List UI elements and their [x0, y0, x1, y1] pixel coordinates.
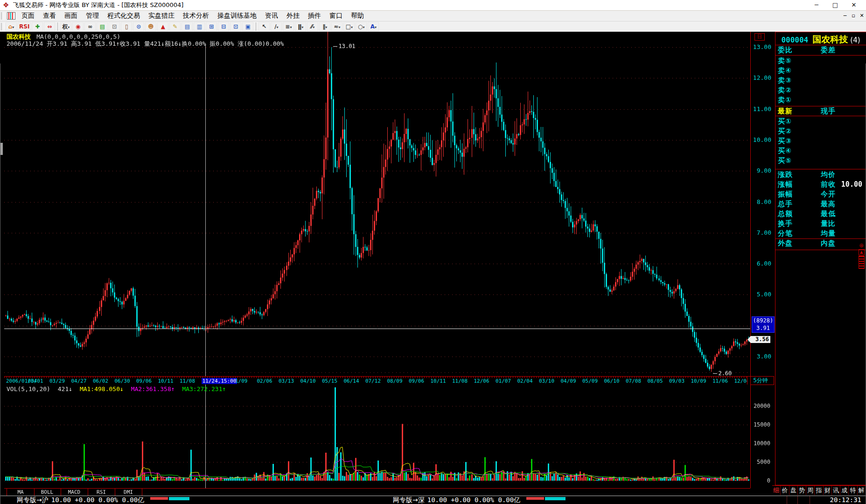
mdi-control[interactable]: ─ — [841, 11, 849, 21]
menu-item-管理[interactable]: 管理 — [82, 11, 103, 21]
page-new-icon[interactable]: ⌂▾ — [6, 22, 17, 31]
panel-divider — [775, 45, 866, 45]
tab-MA[interactable]: MA — [7, 489, 35, 496]
chart-window-icon[interactable]: ▣ — [242, 22, 253, 31]
label-现手: 现手 — [821, 107, 836, 116]
search-doc-icon[interactable]: ⊙ — [133, 22, 144, 31]
panel-columns-icon[interactable]: ▥ — [194, 22, 205, 31]
alarm-icon[interactable]: ▲ — [157, 22, 168, 31]
mini-tab-周[interactable]: 周 — [806, 486, 815, 495]
menu-item-插件[interactable]: 插件 — [304, 11, 325, 21]
trendline-tool-icon[interactable]: ∕▾ — [271, 22, 282, 31]
mdi-control[interactable]: ✕ — [858, 11, 866, 21]
save-icon[interactable]: ▤ — [97, 22, 108, 31]
close-button[interactable]: ✕ — [846, 1, 861, 9]
fan-tool-icon[interactable]: ⁄⁄▾ — [307, 22, 318, 31]
menu-item-实盘猎庄[interactable]: 实盘猎庄 — [144, 11, 179, 21]
dropdown-caret-icon[interactable]: ▾ — [375, 25, 377, 29]
book-icon[interactable]: ▯ — [121, 22, 132, 31]
rect-tool-icon[interactable]: □▾ — [343, 22, 355, 31]
dropdown-caret-icon[interactable]: ▾ — [301, 25, 303, 29]
text-tool-icon[interactable]: A▾ — [368, 22, 379, 31]
dropdown-caret-icon[interactable]: ▾ — [290, 25, 292, 29]
ellipse-tool-icon[interactable]: ○▾ — [356, 22, 367, 31]
dropdown-caret-icon[interactable]: ▾ — [12, 25, 14, 29]
mini-tab-讯[interactable]: 讯 — [832, 486, 840, 495]
minimize-button[interactable]: ─ — [809, 1, 824, 9]
window-tile1-icon[interactable]: ⊞ — [206, 22, 217, 31]
hatch-tool-icon[interactable]: ≈▾ — [331, 22, 342, 31]
window-title: 飞狐交易师 - 网络专业版 BY 深南大道 - [国农科技 SZ000004] — [13, 0, 183, 10]
date-label: 11/08 — [452, 378, 468, 384]
date-label: 1/09 — [235, 378, 248, 384]
panel-divider — [775, 116, 866, 116]
menu-item-技术分析[interactable]: 技术分析 — [179, 11, 213, 21]
menu-item-窗口[interactable]: 窗口 — [325, 11, 347, 21]
copy-page-icon[interactable]: ⊡ — [109, 22, 120, 31]
dropdown-caret-icon[interactable]: ▾ — [68, 25, 70, 29]
menu-item-帮助[interactable]: 帮助 — [347, 11, 368, 21]
menu-item-资讯[interactable]: 资讯 — [261, 11, 282, 21]
scroll-up-icon[interactable]: ▲ — [859, 249, 865, 255]
tab-RSI[interactable]: RSI — [88, 489, 115, 496]
swap-arrows-icon[interactable]: ⇔ — [44, 22, 55, 31]
menu-bar: 页面查看画面管理程式化交易实盘猎庄技术分析操盘训练基地资讯外挂插件窗口帮助 ✕▫… — [0, 11, 866, 21]
signal-circles-icon[interactable]: ◉ — [72, 22, 84, 31]
menu-item-页面[interactable]: 页面 — [17, 11, 39, 21]
mini-tab-财[interactable]: 财 — [824, 486, 832, 495]
binoculars-icon[interactable]: ∞ — [84, 22, 96, 31]
maximize-button[interactable]: □ — [828, 1, 843, 9]
move-cross-icon[interactable]: ✚ — [32, 22, 43, 31]
mini-tab-价[interactable]: 价 — [781, 486, 789, 495]
user-icon[interactable]: ☻ — [145, 22, 156, 31]
tab-BOLL[interactable]: BOLL — [34, 489, 61, 496]
mini-tab-盘[interactable]: 盘 — [789, 486, 798, 495]
label-最新: 最新 — [778, 107, 793, 116]
label-最低: 最低 — [821, 210, 836, 218]
panel-list-icon[interactable]: ▤ — [182, 22, 193, 31]
menu-item-查看[interactable]: 查看 — [39, 11, 60, 21]
dropdown-caret-icon[interactable]: ▾ — [325, 25, 327, 29]
status-separator — [810, 496, 810, 504]
brush-icon[interactable]: ✎ — [169, 22, 181, 31]
mini-tab-势[interactable]: 势 — [798, 486, 806, 495]
menu-item-画面[interactable]: 画面 — [60, 11, 82, 21]
rights-adjust-icon[interactable]: 权▾ — [60, 22, 71, 31]
window-tile3-icon[interactable]: ⊡ — [230, 22, 241, 31]
save-icon: ▤ — [100, 23, 105, 30]
dropdown-caret-icon[interactable]: ▾ — [351, 25, 353, 29]
mini-tab-指[interactable]: 指 — [815, 486, 823, 495]
channel-tool-icon[interactable]: ∥▾ — [319, 22, 330, 31]
dropdown-caret-icon[interactable]: ▾ — [313, 25, 314, 29]
period-icon[interactable]: 日 — [754, 33, 765, 41]
hlines-tool-icon[interactable]: ≡▾ — [283, 22, 294, 31]
window-tile2-icon[interactable]: ⊟ — [218, 22, 229, 31]
pointer-tool-icon[interactable]: ↖ — [258, 22, 270, 31]
dropdown-caret-icon[interactable]: ▾ — [338, 25, 340, 29]
dropdown-caret-icon[interactable]: ▾ — [363, 25, 365, 29]
mdi-control[interactable]: ▫ — [849, 11, 858, 21]
rsi-indicator-icon[interactable]: RSI — [18, 22, 31, 31]
label-均量: 均量 — [821, 229, 836, 238]
dropdown-caret-icon[interactable]: ▾ — [277, 25, 279, 29]
status-bar: 网专版→沪10.00 +0.00 0.00% 0.00亿 网专版→深10.00 … — [0, 496, 866, 504]
vlines-tool-icon[interactable]: ǁ▾ — [295, 22, 306, 31]
tab-DMI[interactable]: DMI — [115, 489, 142, 496]
toolbar-grip[interactable] — [1, 12, 4, 20]
mini-tab-成[interactable]: 成 — [840, 486, 849, 495]
panel-scrollbar[interactable]: ⊕ ▲ — [859, 243, 865, 269]
menu-item-操盘训练基地[interactable]: 操盘训练基地 — [213, 11, 261, 21]
mini-tab-特[interactable]: 特 — [849, 486, 857, 495]
tab-MACD[interactable]: MACD — [61, 489, 88, 496]
swap-arrows-icon: ⇔ — [47, 23, 52, 30]
volume-chart-canvas[interactable] — [4, 385, 750, 488]
mini-tab-细[interactable]: 细 — [772, 486, 781, 495]
mini-tab-解[interactable]: 解 — [858, 486, 866, 495]
menu-item-程式化交易[interactable]: 程式化交易 — [103, 11, 144, 21]
menu-item-外挂[interactable]: 外挂 — [282, 11, 304, 21]
crosshair-icon[interactable]: ⊕ — [859, 243, 865, 249]
price-chart-canvas[interactable] — [4, 32, 750, 376]
scroll-stripes[interactable] — [859, 256, 865, 269]
binoculars-icon: ∞ — [88, 23, 92, 30]
toolbar-grip[interactable] — [1, 23, 4, 30]
